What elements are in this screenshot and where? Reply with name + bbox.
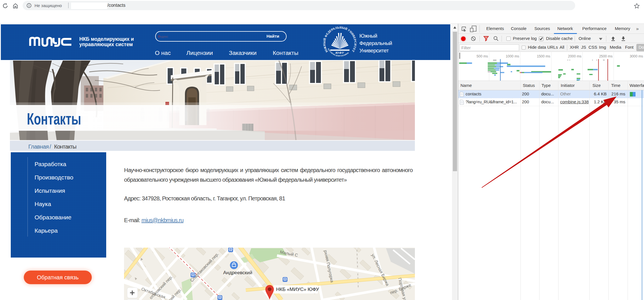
svg-text:2000 ms: 2000 ms (568, 54, 581, 58)
svg-text:Андреевский: Андреевский (223, 270, 252, 275)
svg-text:2500 ms: 2500 ms (599, 54, 612, 58)
svg-text:1000 ms: 1000 ms (506, 54, 519, 58)
svg-text:500 ms: 500 ms (477, 54, 488, 58)
svg-text:3000 ms: 3000 ms (630, 54, 643, 58)
svg-text:1500 ms: 1500 ms (537, 54, 550, 58)
svg-text:НКБ «МИУС» ЮФУ: НКБ «МИУС» ЮФУ (276, 287, 319, 292)
svg-text:ЮФУ: ЮФУ (335, 51, 344, 54)
